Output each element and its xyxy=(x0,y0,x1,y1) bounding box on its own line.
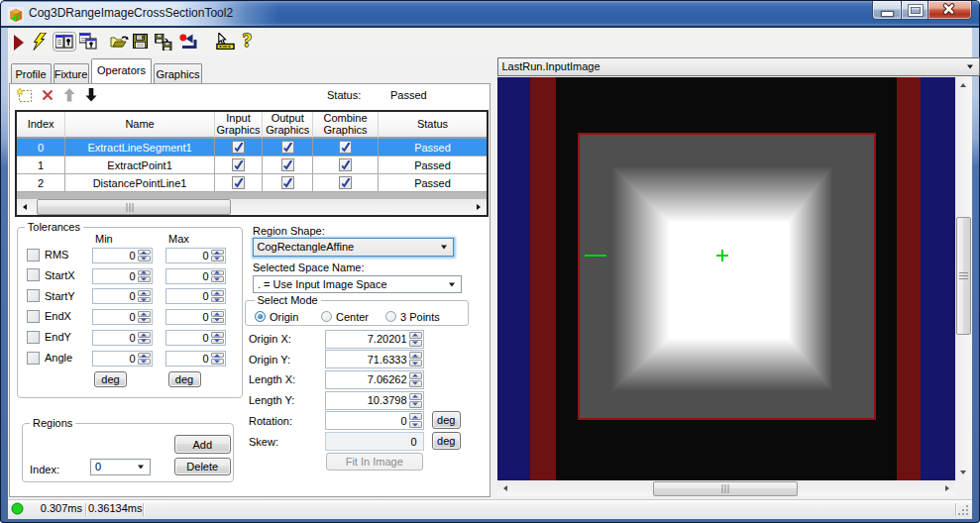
svg-text:?: ? xyxy=(243,32,253,51)
